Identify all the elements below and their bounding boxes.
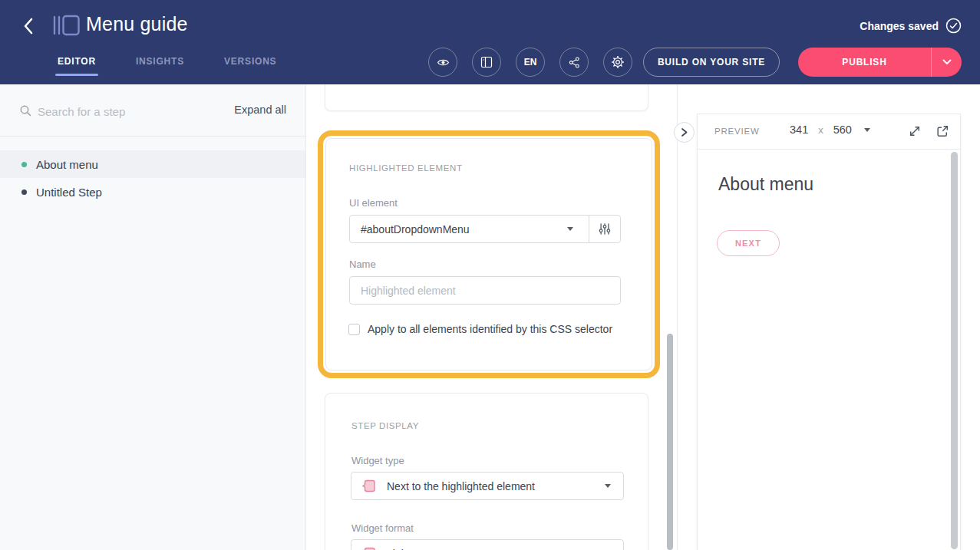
header-icon-buttons: EN bbox=[428, 48, 632, 77]
sliders-icon bbox=[599, 222, 611, 235]
expand-all-link[interactable]: Expand all bbox=[234, 104, 286, 116]
check-circle-icon bbox=[945, 18, 962, 34]
eye-icon bbox=[437, 56, 450, 69]
share-button[interactable] bbox=[559, 48, 589, 77]
editor-scrollbar[interactable] bbox=[667, 334, 673, 550]
ui-element-value: #aboutDropdownMenu bbox=[350, 223, 470, 235]
widget-format-label: Widget format bbox=[351, 522, 414, 534]
previous-settings-card bbox=[325, 84, 648, 111]
publish-dropdown-button[interactable] bbox=[931, 48, 962, 77]
highlighted-element-card: HIGHLIGHTED ELEMENT UI element #aboutDro… bbox=[325, 138, 652, 371]
step-label: About menu bbox=[36, 158, 98, 171]
viewport-size-separator: x bbox=[818, 124, 823, 136]
steps-sidebar: Expand all About menu Untitled Step bbox=[0, 84, 306, 550]
apply-to-all-row: Apply to all elements identified by this… bbox=[348, 323, 612, 335]
ui-element-select[interactable]: #aboutDropdownMenu bbox=[349, 215, 621, 243]
app-window: Menu guide Changes saved EDITOR INSIGHTS… bbox=[0, 0, 980, 550]
page-title: Menu guide bbox=[86, 13, 188, 35]
section-title-step-display: STEP DISPLAY bbox=[351, 421, 419, 430]
ui-element-label: UI element bbox=[349, 197, 398, 209]
build-on-your-site-button[interactable]: BUILD ON YOUR SITE bbox=[643, 48, 780, 77]
panel-divider bbox=[677, 84, 678, 550]
select-caret-icon bbox=[864, 128, 870, 132]
open-in-new-window-button[interactable] bbox=[935, 124, 951, 140]
step-label: Untitled Step bbox=[36, 186, 102, 199]
publish-split-button: PUBLISH bbox=[798, 48, 962, 77]
preview-scrollbar[interactable] bbox=[951, 152, 958, 549]
widget-format-value: Light bbox=[387, 548, 410, 550]
sidebar-step-untitled[interactable]: Untitled Step bbox=[0, 178, 305, 206]
back-button[interactable] bbox=[18, 15, 40, 37]
viewport-height: 560 bbox=[833, 124, 852, 136]
section-title-highlighted-element: HIGHLIGHTED ELEMENT bbox=[349, 163, 463, 173]
sidebar-step-about-menu[interactable]: About menu bbox=[0, 150, 305, 178]
highlighted-element-name-input[interactable] bbox=[349, 276, 621, 305]
layout-panel-icon bbox=[480, 56, 493, 68]
select-caret-icon bbox=[605, 484, 611, 488]
apply-to-all-label: Apply to all elements identified by this… bbox=[368, 323, 612, 335]
step-display-card: STEP DISPLAY Widget type Next to the hig… bbox=[325, 393, 648, 550]
tab-insights[interactable]: INSIGHTS bbox=[136, 56, 184, 76]
name-label: Name bbox=[349, 259, 376, 270]
apply-to-all-checkbox[interactable] bbox=[348, 324, 360, 335]
widget-type-label: Widget type bbox=[351, 455, 404, 466]
highlighted-card-focus-ring: HIGHLIGHTED ELEMENT UI element #aboutDro… bbox=[318, 130, 660, 378]
share-icon bbox=[568, 56, 581, 69]
chevron-left-icon bbox=[18, 15, 40, 37]
external-link-icon bbox=[935, 124, 949, 138]
step-search-row: Expand all bbox=[0, 84, 305, 137]
viewport-width: 341 bbox=[790, 124, 808, 136]
language-button[interactable]: EN bbox=[516, 48, 545, 77]
top-header: Menu guide Changes saved EDITOR INSIGHTS… bbox=[0, 0, 980, 84]
preview-eye-button[interactable] bbox=[428, 48, 457, 77]
widget-type-select[interactable]: Next to the highlighted element bbox=[351, 472, 624, 500]
changes-saved-label: Changes saved bbox=[860, 20, 939, 32]
step-status-dot bbox=[21, 189, 27, 195]
tab-editor[interactable]: EDITOR bbox=[58, 56, 96, 76]
chevron-down-icon bbox=[942, 59, 952, 65]
layout-panel-button[interactable] bbox=[472, 48, 501, 77]
preview-header: PREVIEW 341 x 560 bbox=[698, 114, 960, 150]
gear-icon bbox=[611, 55, 625, 69]
tab-versions[interactable]: VERSIONS bbox=[224, 56, 276, 76]
preview-title: PREVIEW bbox=[714, 127, 760, 136]
widget-format-select[interactable]: Light bbox=[351, 539, 624, 550]
search-icon bbox=[19, 104, 32, 117]
chevron-right-icon bbox=[680, 127, 688, 137]
header-tabs: EDITOR INSIGHTS VERSIONS bbox=[58, 56, 276, 76]
language-label: EN bbox=[524, 57, 537, 68]
settings-button[interactable] bbox=[603, 48, 632, 77]
publish-button[interactable]: PUBLISH bbox=[798, 48, 931, 77]
guide-logo-icon bbox=[52, 14, 81, 37]
element-settings-button[interactable] bbox=[589, 222, 620, 235]
widget-type-value: Next to the highlighted element bbox=[387, 480, 535, 492]
expand-preview-button[interactable] bbox=[908, 124, 923, 140]
step-status-dot bbox=[21, 162, 27, 167]
viewport-size-select[interactable]: 341 x 560 bbox=[790, 124, 870, 136]
search-step-input[interactable] bbox=[38, 103, 176, 120]
preview-step-title: About menu bbox=[718, 174, 813, 195]
preview-next-button[interactable]: NEXT bbox=[717, 230, 780, 256]
widget-format-icon bbox=[361, 545, 377, 550]
select-caret-icon bbox=[567, 227, 573, 231]
expand-diagonal-icon bbox=[908, 124, 922, 138]
changes-saved-status: Changes saved bbox=[860, 18, 962, 34]
step-editor-area: HIGHLIGHTED ELEMENT UI element #aboutDro… bbox=[307, 84, 677, 550]
widget-bubble-icon bbox=[361, 478, 377, 494]
preview-panel: PREVIEW 341 x 560 bbox=[697, 114, 961, 550]
collapse-preview-button[interactable] bbox=[674, 122, 695, 143]
